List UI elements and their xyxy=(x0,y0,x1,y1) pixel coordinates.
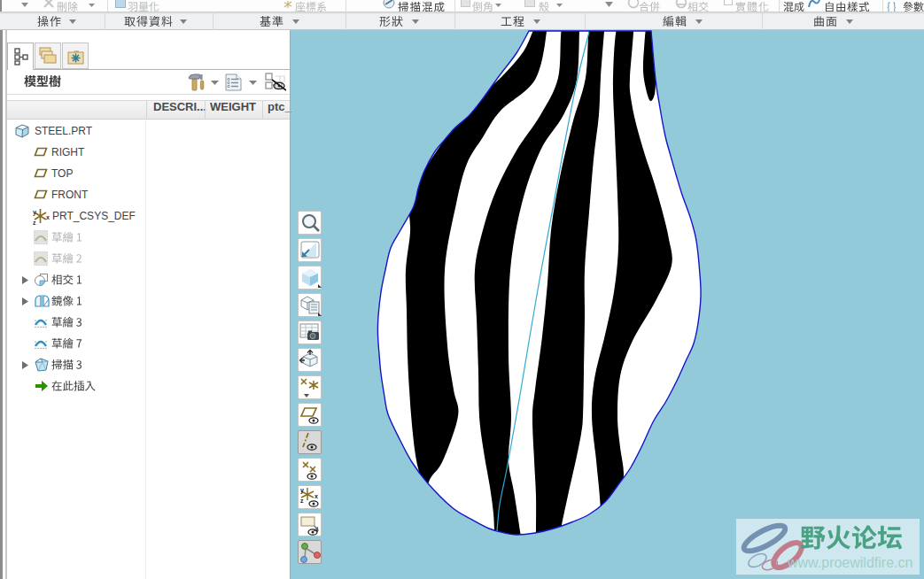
svg-text:x: x xyxy=(46,214,50,220)
svg-text:x: x xyxy=(314,493,318,499)
svg-text:z: z xyxy=(33,220,36,225)
svg-text:y: y xyxy=(300,487,304,494)
svg-text:y: y xyxy=(33,209,36,216)
svg-text:z: z xyxy=(300,498,304,504)
